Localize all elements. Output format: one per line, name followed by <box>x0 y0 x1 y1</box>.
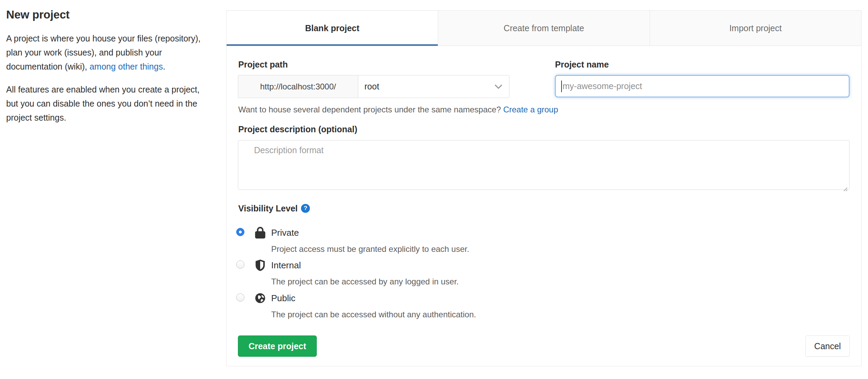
private-radio[interactable] <box>236 228 244 236</box>
visibility-level-text: Visibility Level <box>238 203 298 213</box>
active-tab-underline <box>227 44 438 46</box>
among-other-things-link[interactable]: among other things <box>89 62 163 71</box>
lock-icon <box>254 227 266 239</box>
project-path-group: http://localhost:3000/ root <box>238 75 509 98</box>
internal-option-label[interactable]: Internal <box>271 259 301 271</box>
internal-radio[interactable] <box>236 260 244 269</box>
tab-label: Blank project <box>305 23 359 33</box>
visibility-option-public: Public The project can be accessed witho… <box>236 292 682 323</box>
visibility-option-internal: Internal The project can be accessed by … <box>236 259 682 291</box>
tab-label: Create from template <box>504 23 584 33</box>
new-project-page: New project A project is where you house… <box>0 0 868 379</box>
text-caret <box>561 81 562 92</box>
project-name-label: Project name <box>555 59 609 70</box>
page-title: New project <box>6 8 212 21</box>
visibility-option-private: Private Project access must be granted e… <box>236 227 682 258</box>
chevron-down-icon <box>495 84 502 89</box>
namespace-hint: Want to house several dependent projects… <box>238 104 558 115</box>
project-path-label: Project path <box>238 59 288 70</box>
public-option-description: The project can be accessed without any … <box>271 309 476 320</box>
public-radio[interactable] <box>236 293 244 302</box>
cancel-button[interactable]: Cancel <box>805 335 850 357</box>
shield-icon <box>254 259 266 271</box>
sidebar-text-period: . <box>163 62 165 71</box>
create-project-button[interactable]: Create project <box>238 335 317 357</box>
resize-handle-icon[interactable] <box>841 185 848 192</box>
sidebar-paragraph-2: All features are enabled when you create… <box>6 83 212 125</box>
tab-label: Import project <box>729 23 782 33</box>
project-name-input[interactable] <box>555 75 849 97</box>
private-option-description: Project access must be granted explicitl… <box>271 243 469 255</box>
private-option-label[interactable]: Private <box>271 227 299 239</box>
globe-icon <box>254 292 266 304</box>
project-description-textarea[interactable] <box>238 140 849 190</box>
tab-blank-project[interactable]: Blank project <box>227 11 438 46</box>
sidebar-paragraph-1: A project is where you house your files … <box>6 32 212 74</box>
namespace-hint-text: Want to house several dependent projects… <box>238 105 503 114</box>
visibility-level-label: Visibility Level ? <box>238 203 310 213</box>
namespace-select[interactable]: root <box>358 75 509 98</box>
tab-import-project[interactable]: Import project <box>650 11 861 46</box>
internal-option-description: The project can be accessed by any logge… <box>271 276 459 288</box>
url-prefix: http://localhost:3000/ <box>238 75 358 98</box>
sidebar: New project A project is where you house… <box>6 8 212 125</box>
public-option-label[interactable]: Public <box>271 292 296 304</box>
project-description-label: Project description (optional) <box>238 124 357 134</box>
create-a-group-link[interactable]: Create a group <box>503 105 558 114</box>
namespace-selected-value: root <box>364 82 379 91</box>
tab-create-from-template[interactable]: Create from template <box>438 11 649 46</box>
new-project-panel: Blank project Create from template Impor… <box>226 10 861 366</box>
project-type-tabs: Blank project Create from template Impor… <box>227 11 861 46</box>
help-icon[interactable]: ? <box>301 204 310 213</box>
